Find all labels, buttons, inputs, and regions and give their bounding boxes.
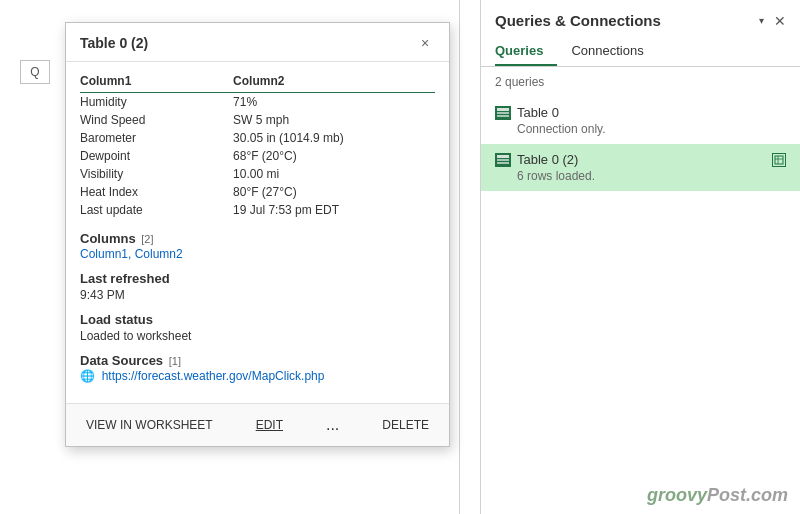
table-cell-col1: Humidity	[80, 93, 233, 112]
query-name-table0: Table 0	[517, 105, 559, 120]
close-panel-icon[interactable]: ✕	[774, 13, 786, 29]
table-cell-col1: Visibility	[80, 165, 233, 183]
table-row: Barometer30.05 in (1014.9 mb)	[80, 129, 435, 147]
delete-button[interactable]: DELETE	[376, 414, 435, 436]
table-row: Humidity71%	[80, 93, 435, 112]
dropdown-arrow-icon[interactable]: ▾	[759, 15, 764, 26]
table-cell-col1: Heat Index	[80, 183, 233, 201]
columns-section: Columns [2] Column1, Column2	[80, 231, 435, 261]
popup-title: Table 0 (2)	[80, 35, 148, 51]
query-item-left-2: Table 0 (2)	[495, 152, 578, 167]
table-cell-col1: Last update	[80, 201, 233, 219]
close-button[interactable]: ×	[415, 33, 435, 53]
queries-count: 2 queries	[481, 67, 800, 93]
table-cell-col1: Dewpoint	[80, 147, 233, 165]
queries-header: Queries & Connections ▾ ✕	[481, 0, 800, 37]
query-item-header: Table 0	[495, 105, 786, 120]
svg-rect-1	[497, 112, 509, 114]
last-refreshed-section: Last refreshed 9:43 PM	[80, 271, 435, 302]
search-label: Q	[30, 65, 39, 79]
edit-button[interactable]: EDIT	[250, 414, 289, 436]
queries-header-icons: ▾ ✕	[759, 13, 786, 29]
query-status-table0-2: 6 rows loaded.	[495, 169, 786, 183]
popup-footer: VIEW IN WORKSHEET EDIT ... DELETE	[66, 403, 449, 446]
query-name-table0-2: Table 0 (2)	[517, 152, 578, 167]
table-row: Dewpoint68°F (20°C)	[80, 147, 435, 165]
query-table-icon	[495, 106, 511, 120]
sheet-icon	[772, 153, 786, 167]
query-status-table0: Connection only.	[495, 122, 786, 136]
data-sources-url: 🌐 https://forecast.weather.gov/MapClick.…	[80, 368, 435, 383]
globe-icon: 🌐	[80, 369, 94, 383]
columns-links: Column1, Column2	[80, 246, 435, 261]
view-worksheet-button[interactable]: VIEW IN WORKSHEET	[80, 414, 219, 436]
table-row: Wind SpeedSW 5 mph	[80, 111, 435, 129]
more-options-button[interactable]: ...	[320, 412, 345, 438]
tab-connections[interactable]: Connections	[571, 37, 657, 66]
table-cell-col2: 68°F (20°C)	[233, 147, 435, 165]
table-cell-col2: 19 Jul 7:53 pm EDT	[233, 201, 435, 219]
popup-header: Table 0 (2) ×	[66, 23, 449, 62]
svg-rect-4	[497, 159, 509, 161]
data-sources-label: Data Sources [1]	[80, 353, 435, 368]
table-cell-col2: 10.00 mi	[233, 165, 435, 183]
queries-panel: Queries & Connections ▾ ✕ Queries Connec…	[480, 0, 800, 514]
table-row: Last update19 Jul 7:53 pm EDT	[80, 201, 435, 219]
query-item-table0-2[interactable]: Table 0 (2) 6 rows loaded.	[481, 144, 800, 191]
queries-list: Table 0 Connection only. Table 0 (2)	[481, 93, 800, 514]
svg-rect-0	[497, 108, 509, 111]
data-sources-section: Data Sources [1] 🌐 https://forecast.weat…	[80, 353, 435, 383]
watermark-post: Post.com	[707, 485, 788, 505]
queries-tabs: Queries Connections	[481, 37, 800, 67]
popup-body: Column1 Column2 Humidity71%Wind SpeedSW …	[66, 62, 449, 403]
watermark-groovy: groovy	[647, 485, 707, 505]
query-item-header-2: Table 0 (2)	[495, 152, 786, 167]
load-status-section: Load status Loaded to worksheet	[80, 312, 435, 343]
watermark: groovyPost.com	[647, 485, 788, 506]
svg-rect-5	[497, 162, 509, 164]
popup-card: Table 0 (2) × Column1 Column2 Humidity71…	[65, 22, 450, 447]
col2-header: Column2	[233, 72, 435, 93]
table-cell-col2: 30.05 in (1014.9 mb)	[233, 129, 435, 147]
table-cell-col2: 71%	[233, 93, 435, 112]
svg-rect-3	[497, 155, 509, 158]
query-table-icon-2	[495, 153, 511, 167]
data-table: Column1 Column2 Humidity71%Wind SpeedSW …	[80, 72, 435, 219]
svg-rect-6	[775, 156, 783, 164]
table-row: Visibility10.00 mi	[80, 165, 435, 183]
table-cell-col2: 80°F (27°C)	[233, 183, 435, 201]
table-cell-col1: Wind Speed	[80, 111, 233, 129]
search-box[interactable]: Q	[20, 60, 50, 84]
table-cell-col1: Barometer	[80, 129, 233, 147]
col1-header: Column1	[80, 72, 233, 93]
query-item-table0[interactable]: Table 0 Connection only.	[481, 97, 800, 144]
query-item-left: Table 0	[495, 105, 559, 120]
table-row: Heat Index80°F (27°C)	[80, 183, 435, 201]
tab-queries[interactable]: Queries	[495, 37, 557, 66]
table-cell-col2: SW 5 mph	[233, 111, 435, 129]
columns-label: Columns [2]	[80, 231, 435, 246]
svg-rect-2	[497, 115, 509, 117]
queries-panel-title: Queries & Connections	[495, 12, 661, 29]
data-source-link[interactable]: https://forecast.weather.gov/MapClick.ph…	[102, 369, 325, 383]
